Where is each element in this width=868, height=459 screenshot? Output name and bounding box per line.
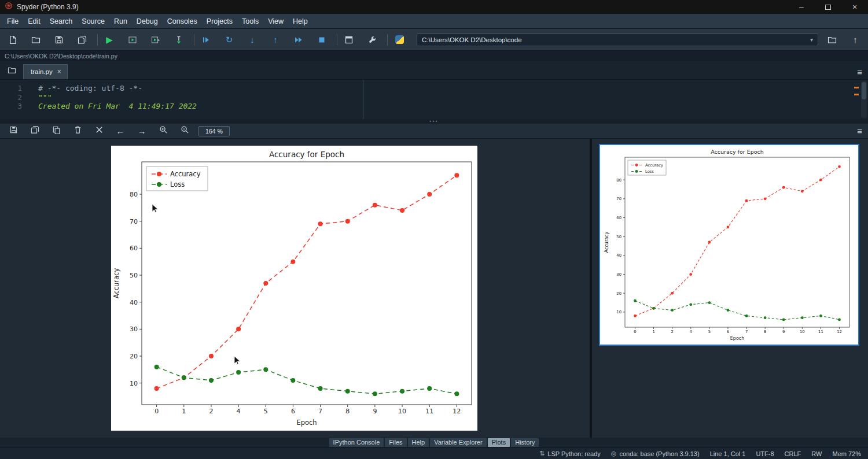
stop-icon bbox=[317, 35, 326, 45]
readwrite-status: RW bbox=[811, 450, 822, 457]
plot-thumbnail-selected[interactable]: 1020304050607080012456789101112Accuracy … bbox=[599, 144, 859, 346]
pythonpath-manager-button[interactable] bbox=[391, 32, 407, 48]
menu-debug[interactable]: Debug bbox=[132, 15, 163, 28]
tab-files[interactable]: Files bbox=[385, 438, 406, 447]
browse-directory-button[interactable] bbox=[824, 32, 840, 48]
code-editor[interactable]: 1 2 3 # -*- coding: utf-8 -*- """ Create… bbox=[0, 80, 868, 119]
editor-scrollbar[interactable] bbox=[861, 81, 867, 118]
svg-text:1: 1 bbox=[652, 330, 654, 334]
minimize-button[interactable]: – bbox=[788, 0, 815, 14]
tab-ipython-console[interactable]: IPython Console bbox=[329, 438, 384, 447]
svg-text:70: 70 bbox=[616, 197, 621, 201]
debug-step-return-button[interactable]: ↑ bbox=[267, 32, 284, 48]
working-directory-combobox[interactable]: C:\Users\OKOK D2\Desktop\code ▾ bbox=[417, 34, 818, 46]
debug-button[interactable] bbox=[198, 32, 214, 48]
previous-plot-button[interactable]: ← bbox=[113, 125, 128, 138]
svg-text:30: 30 bbox=[616, 272, 621, 277]
thumbnail-plot: 1020304050607080012456789101112Accuracy … bbox=[602, 147, 856, 343]
close-button[interactable]: × bbox=[841, 0, 868, 14]
svg-text:20: 20 bbox=[616, 291, 621, 296]
preferences-button[interactable] bbox=[364, 32, 380, 48]
svg-text:7: 7 bbox=[318, 408, 322, 415]
main-plot: 1020304050607080012456789101112Accuracy … bbox=[111, 146, 477, 431]
eol-status: CRLF bbox=[785, 450, 801, 457]
parent-directory-button[interactable]: ↑ bbox=[847, 32, 863, 48]
run-cell-advance-button[interactable] bbox=[148, 32, 164, 48]
menu-consoles[interactable]: Consoles bbox=[163, 15, 202, 28]
menu-search[interactable]: Search bbox=[45, 15, 78, 28]
svg-text:12: 12 bbox=[453, 408, 461, 415]
code-line: """ bbox=[38, 93, 851, 102]
line-number-gutter: 1 2 3 bbox=[0, 80, 30, 119]
menu-view[interactable]: View bbox=[263, 15, 288, 28]
fast-forward-icon bbox=[294, 35, 303, 45]
menu-projects[interactable]: Projects bbox=[202, 15, 237, 28]
folder-icon bbox=[827, 35, 837, 45]
svg-text:10: 10 bbox=[616, 310, 621, 314]
plot-thumbnails-panel: 1020304050607080012456789101112Accuracy … bbox=[593, 139, 868, 438]
tab-train-py[interactable]: train.py × bbox=[23, 64, 68, 79]
editor-options-button[interactable]: ≡ bbox=[857, 67, 862, 77]
save-all-plots-button[interactable] bbox=[27, 125, 42, 138]
run-cell-button[interactable] bbox=[124, 32, 141, 48]
maximize-pane-button[interactable] bbox=[341, 32, 357, 48]
plots-options-button[interactable]: ≡ bbox=[857, 126, 862, 136]
svg-text:40: 40 bbox=[130, 299, 138, 306]
tab-variable-explorer[interactable]: Variable Explorer bbox=[430, 438, 487, 447]
toolbar-separator bbox=[337, 34, 337, 46]
svg-text:Accuracy: Accuracy bbox=[645, 163, 663, 168]
menu-help[interactable]: Help bbox=[288, 15, 312, 28]
splitter-handle[interactable]: ••• bbox=[0, 119, 868, 124]
svg-text:8: 8 bbox=[764, 330, 766, 334]
run-icon: ▶ bbox=[106, 35, 113, 44]
svg-text:11: 11 bbox=[425, 408, 433, 415]
chevron-down-icon: ▾ bbox=[810, 36, 813, 43]
step-return-icon: ↑ bbox=[273, 35, 278, 44]
svg-text:5: 5 bbox=[264, 408, 268, 415]
zoom-out-button[interactable] bbox=[177, 125, 192, 138]
zoom-in-button[interactable] bbox=[156, 125, 171, 138]
menu-run[interactable]: Run bbox=[109, 15, 132, 28]
menu-source[interactable]: Source bbox=[77, 15, 109, 28]
stop-button[interactable] bbox=[314, 32, 330, 48]
save-plot-button[interactable] bbox=[6, 125, 21, 138]
tab-plots[interactable]: Plots bbox=[488, 438, 510, 447]
code-lines: # -*- coding: utf-8 -*- """ Created on F… bbox=[38, 84, 851, 111]
save-button[interactable] bbox=[51, 32, 67, 48]
save-all-icon bbox=[31, 125, 39, 136]
zoom-level-field[interactable]: 164 % bbox=[198, 126, 230, 136]
continue-icon: ↻ bbox=[226, 35, 233, 44]
remove-plot-button[interactable] bbox=[70, 125, 85, 138]
mouse-cursor bbox=[234, 356, 241, 367]
browse-tabs-button[interactable] bbox=[5, 64, 19, 78]
tab-history[interactable]: History bbox=[511, 438, 539, 447]
svg-text:12: 12 bbox=[837, 330, 842, 334]
plots-pane-splitter[interactable] bbox=[590, 139, 592, 438]
debug-step-into-button[interactable]: ↓ bbox=[244, 32, 260, 48]
copy-plot-button[interactable] bbox=[49, 125, 64, 138]
svg-text:Loss: Loss bbox=[645, 169, 654, 174]
remove-all-plots-button[interactable] bbox=[91, 125, 106, 138]
fast-forward-button[interactable] bbox=[290, 32, 307, 48]
debug-continue-button[interactable]: ↻ bbox=[221, 32, 237, 48]
next-plot-button[interactable]: → bbox=[134, 125, 149, 138]
new-file-button[interactable] bbox=[5, 32, 21, 48]
run-selection-button[interactable] bbox=[171, 32, 187, 48]
window-title: Spyder (Python 3.9) bbox=[17, 3, 79, 11]
toolbar-separator bbox=[387, 34, 388, 46]
open-file-button[interactable] bbox=[28, 32, 44, 48]
svg-text:5: 5 bbox=[708, 330, 711, 334]
save-all-button[interactable] bbox=[74, 32, 90, 48]
run-button[interactable]: ▶ bbox=[101, 32, 117, 48]
scrollbar-handle[interactable] bbox=[862, 82, 866, 99]
maximize-button[interactable] bbox=[815, 0, 841, 14]
close-tab-icon[interactable]: × bbox=[57, 68, 61, 76]
menu-edit[interactable]: Edit bbox=[23, 15, 45, 28]
edge-line bbox=[363, 80, 364, 119]
warning-flag bbox=[854, 87, 859, 88]
menu-tools[interactable]: Tools bbox=[237, 15, 263, 28]
tab-help[interactable]: Help bbox=[408, 438, 429, 447]
menu-file[interactable]: File bbox=[2, 15, 23, 28]
toolbar-separator bbox=[194, 34, 194, 46]
svg-text:6: 6 bbox=[727, 330, 729, 334]
